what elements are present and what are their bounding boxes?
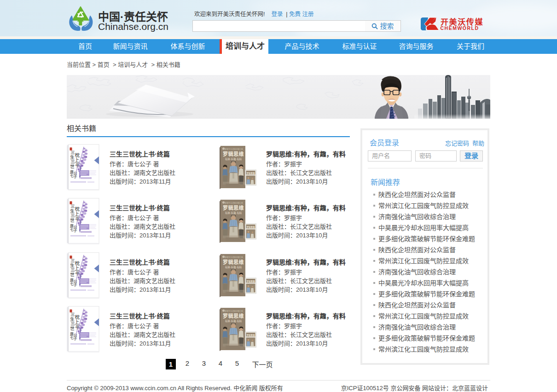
svg-text:世: 世 [70,326,75,331]
svg-text:上: 上 [75,320,80,325]
svg-text:生: 生 [70,263,75,268]
svg-text:三: 三 [70,312,75,317]
svg-text:世: 世 [70,272,75,277]
svg-text:生: 生 [70,155,75,160]
svg-text:上: 上 [75,158,80,163]
svg-text:三: 三 [70,150,75,155]
svg-text:三: 三 [70,204,75,209]
svg-text:罗振宇主讲知识脱口秀: 罗振宇主讲知识脱口秀 [225,256,243,259]
svg-text:罗振宇主讲知识脱口秀: 罗振宇主讲知识脱口秀 [225,202,243,204]
svg-text:罗辑思维: 罗辑思维 [247,172,255,175]
svg-text:子: 子 [74,229,77,233]
svg-text:罗辑思维: 罗辑思维 [223,151,244,157]
svg-text:子: 子 [74,283,77,287]
svg-text:上: 上 [75,212,80,217]
svg-text:生: 生 [70,208,75,213]
svg-text:生: 生 [70,317,75,322]
svg-text:罗辑思维: 罗辑思维 [223,205,244,211]
svg-text:枕: 枕 [75,314,80,320]
svg-text:罗辑思维: 罗辑思维 [223,313,244,319]
svg-text:世: 世 [70,218,75,223]
svg-text:罗辑思维: 罗辑思维 [247,334,255,337]
svg-text:子: 子 [74,337,77,341]
svg-text:枕: 枕 [75,260,80,266]
svg-text:CHEMWORLD: CHEMWORLD [441,25,479,31]
svg-text:罗振宇主讲知识脱口秀: 罗振宇主讲知识脱口秀 [225,148,243,150]
svg-text:罗辑思维: 罗辑思维 [247,225,255,229]
svg-text:上: 上 [75,266,80,271]
svg-text:枕: 枕 [75,152,80,158]
svg-text:子: 子 [74,175,77,179]
svg-text:罗辑思维: 罗辑思维 [247,280,255,283]
svg-text:世: 世 [70,164,75,169]
svg-text:枕: 枕 [75,206,80,212]
svg-text:罗振宇主讲知识脱口秀: 罗振宇主讲知识脱口秀 [225,310,243,312]
svg-text:三: 三 [70,259,75,263]
svg-text:罗辑思维: 罗辑思维 [223,259,244,265]
